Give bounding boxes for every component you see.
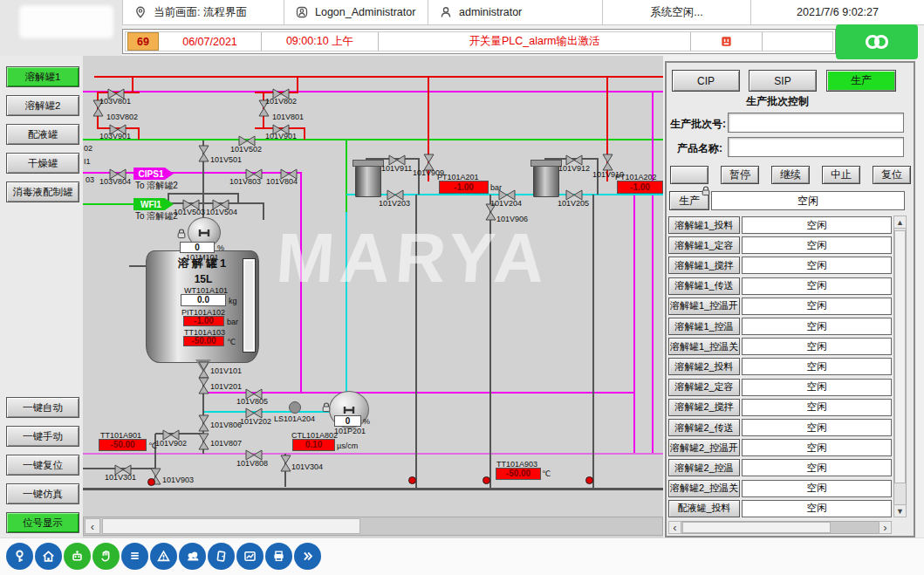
valve-101V501[interactable] (198, 145, 209, 166)
toolbar-home-icon[interactable] (35, 543, 62, 570)
sidebar-item-一键仿真[interactable]: 一键仿真 (6, 483, 79, 504)
phase-button-溶解罐1_控温开[interactable]: 溶解罐1_控温开 (668, 298, 740, 315)
panel-vscrollbar-thumb[interactable] (894, 230, 906, 483)
phase-button-溶解罐1_定容[interactable]: 溶解罐1_定容 (668, 236, 740, 254)
toolbar-users-icon[interactable] (179, 543, 206, 570)
sidebar-item-消毒液配制罐[interactable]: 消毒液配制罐 (6, 181, 79, 202)
valve-label-101V903: 101V903 (162, 476, 194, 484)
instrument-tag-PT101A201: PT101A201 (437, 173, 479, 181)
alarm-ack-icon[interactable] (720, 35, 733, 48)
connection-button[interactable] (836, 24, 918, 59)
valve-label-101V902: 101V902 (155, 439, 187, 448)
sidebar-item-一键自动[interactable]: 一键自动 (6, 397, 79, 418)
panel-vscrollbar-down[interactable]: ▼ (893, 504, 907, 517)
phase-button-溶解罐1_搅拌[interactable]: 溶解罐1_搅拌 (668, 257, 740, 274)
phase-status-溶解罐2_控温关: 空闲 (742, 480, 892, 497)
vent-filter-2 (533, 164, 559, 197)
panel-hscrollbar-thumb[interactable] (682, 522, 831, 533)
valve-label-101V101: 101V101 (210, 366, 242, 375)
sidebar-item-溶解罐1[interactable]: 溶解罐1 (6, 66, 79, 87)
instrument-value-TT101A903: -50.00 (496, 468, 541, 480)
tank-capacity: 15L (160, 275, 247, 284)
pipe-segment (300, 173, 302, 393)
control-button-复位[interactable]: 复位 (873, 166, 911, 184)
drain-valve-indicator[interactable] (147, 478, 155, 486)
pipe-segment (592, 195, 594, 489)
diagram-hscrollbar-left[interactable]: ‹ (85, 518, 100, 534)
phase-button-溶解罐1_投料[interactable]: 溶解罐1_投料 (668, 216, 740, 234)
process-diagram: MARYA (83, 56, 663, 537)
toolbar-more-icon[interactable] (294, 543, 321, 570)
instrument-value-101P201: 0 (334, 415, 361, 427)
phase-button-配液罐_投料[interactable]: 配液罐_投料 (668, 500, 740, 517)
instrument-value-PT101A202: -1.00 (617, 181, 663, 194)
phase-status-溶解罐1_控温: 空闲 (742, 318, 892, 335)
phase-button-溶解罐2_搅拌[interactable]: 溶解罐2_搅拌 (668, 399, 740, 416)
phase-button-溶解罐2_控温开[interactable]: 溶解罐2_控温开 (668, 439, 740, 456)
toolbar-key-icon[interactable] (6, 543, 33, 570)
drain-valve-indicator[interactable] (585, 476, 593, 484)
valve-101V807[interactable] (198, 433, 209, 454)
phase-button-溶解罐1_传送[interactable]: 溶解罐1_传送 (668, 277, 740, 295)
level-switch-icon (289, 401, 301, 414)
control-button-中止[interactable]: 中止 (822, 166, 860, 184)
toolbar-list-icon[interactable] (121, 543, 148, 570)
alarm-bar: 69 06/07/2021 09:00:10 上午 开关量PLC_alarm输出… (122, 29, 836, 54)
batch-control-title: 生产批次控制 (746, 94, 809, 109)
phase-status-溶解罐2_控温开: 空闲 (742, 439, 892, 456)
sidebar-item-一键复位[interactable]: 一键复位 (6, 455, 79, 476)
control-button-暂停[interactable]: 暂停 (721, 166, 759, 184)
control-button-继续[interactable]: 继续 (771, 166, 810, 184)
valve-label-101V803: 101V803 (229, 177, 261, 186)
phase-status-溶解罐1_控温开: 空闲 (742, 298, 892, 315)
diagram-hscrollbar-thumb[interactable] (102, 518, 360, 534)
sidebar-item-位号显示[interactable]: 位号显示 (6, 512, 79, 533)
sidebar-item-一键手动[interactable]: 一键手动 (6, 426, 79, 447)
valve-label-101V802: 101V802 (265, 97, 297, 106)
sidebar-item-溶解罐2[interactable]: 溶解罐2 (6, 95, 79, 116)
toolbar-door-icon[interactable] (208, 543, 235, 570)
phase-button-溶解罐2_控温[interactable]: 溶解罐2_控温 (668, 459, 740, 476)
phase-button-溶解罐2_定容[interactable]: 溶解罐2_定容 (668, 379, 740, 396)
panel-button-CIP[interactable]: CIP (672, 70, 740, 92)
instrument-tag-CTL101A802: CTL101A802 (291, 431, 338, 440)
panel-button-生产[interactable]: 生产 (826, 70, 896, 92)
valve-101V304[interactable] (280, 455, 291, 476)
edge-fragment: 02 (84, 144, 92, 153)
instrument-value-TT101A103: -50.00 (183, 336, 224, 346)
pipe-segment (415, 195, 417, 489)
drain-valve-indicator[interactable] (408, 476, 416, 484)
toolbar-auto-icon[interactable] (64, 543, 91, 570)
panel-button-SIP[interactable]: SIP (749, 70, 817, 92)
product-name-input[interactable] (728, 137, 904, 157)
sidebar-item-干燥罐[interactable]: 干燥罐 (6, 153, 79, 174)
instrument-tag-101P201: 101P201 (334, 427, 366, 435)
phase-button-溶解罐2_传送[interactable]: 溶解罐2_传送 (668, 419, 740, 436)
phase-button-溶解罐2_控温关[interactable]: 溶解罐2_控温关 (668, 480, 740, 497)
panel-hscrollbar-left[interactable]: ‹ (668, 521, 681, 534)
control-button-blank[interactable] (670, 166, 708, 184)
logon-label: Logon_Administrator (315, 6, 415, 18)
valve-101V201[interactable] (198, 377, 209, 398)
phase-button-溶解罐1_控温[interactable]: 溶解罐1_控温 (668, 318, 740, 335)
drain-valve-indicator[interactable] (483, 476, 490, 484)
level-switch-label: LS101A204 (274, 414, 315, 423)
toolbar-manual-icon[interactable] (92, 543, 120, 570)
phase-status-溶解罐1_传送: 空闲 (742, 277, 892, 295)
sidebar-item-配液罐[interactable]: 配液罐 (6, 124, 79, 145)
instrument-unit-TT101A103: ℃ (227, 338, 236, 346)
panel-vscrollbar-up[interactable]: ▲ (893, 216, 907, 229)
valve-label-101V203: 101V203 (379, 199, 410, 208)
pipe-segment (346, 140, 347, 213)
toolbar-alarm-icon[interactable] (150, 543, 177, 570)
toolbar-report-icon[interactable] (265, 543, 292, 570)
pipe-segment (83, 139, 663, 140)
pipe-segment (652, 91, 654, 455)
supply-dest-CIPS1: To 溶解罐2 (135, 181, 178, 190)
phase-button-溶解罐2_投料[interactable]: 溶解罐2_投料 (668, 358, 740, 375)
batch-no-input[interactable] (728, 113, 904, 133)
panel-hscrollbar-right[interactable]: › (879, 521, 892, 534)
phase-button-溶解罐1_控温关[interactable]: 溶解罐1_控温关 (668, 338, 740, 355)
production-status: 空闲 (711, 191, 905, 210)
toolbar-trend-icon[interactable] (236, 543, 264, 570)
